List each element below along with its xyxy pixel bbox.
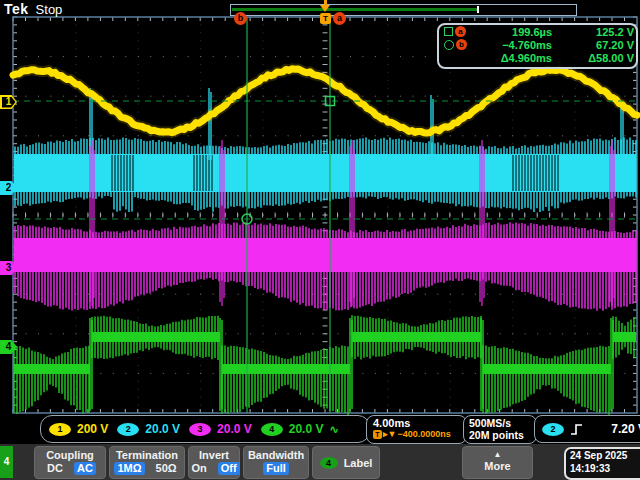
channel-3-scale: 20.0 V [217, 422, 252, 436]
channel-4-readout[interactable]: 420.0 V∿ [261, 422, 339, 436]
cursor-b-flag[interactable]: b [234, 12, 247, 25]
channel-3-readout[interactable]: 320.0 V [189, 422, 252, 436]
trigger-t-icon: T [373, 430, 382, 439]
record-length: 20M points [469, 429, 536, 441]
trigger-delay-readout: T▸▼−400.0000ns [373, 429, 466, 440]
waveform-display [0, 0, 640, 480]
channel-4-badge: 4 [261, 423, 283, 436]
menu-button-termination[interactable]: Termination1MΩ50Ω [109, 446, 185, 479]
datetime-display: 24 Sep 2025 14:19:33 [564, 447, 640, 480]
cursor-a-time: 199.6µs [476, 26, 552, 38]
menu-button-title: Termination [110, 448, 184, 462]
cursor-a-flag[interactable]: a [333, 12, 346, 25]
channel-number: 4 [6, 341, 12, 352]
cursor-readout-box[interactable]: a 199.6µs 125.2 V b −4.760ms 67.20 V Δ4.… [437, 23, 638, 69]
cursor-b-row: b −4.760ms 67.20 V [439, 38, 636, 51]
option-50[interactable]: 50Ω [153, 462, 180, 475]
channel-scale-readouts: 1200 V220.0 V320.0 V420.0 V∿ [40, 415, 370, 443]
cursor-b-value: 67.20 V [552, 39, 634, 51]
cursor-a-value: 125.2 V [552, 26, 634, 38]
menu-button-title: Invert [189, 448, 239, 462]
ac-coupling-icon: ∿ [329, 423, 338, 436]
menu-button-more[interactable]: ▲More [462, 446, 533, 479]
menu-button-title: Bandwidth [244, 448, 308, 462]
option-ac[interactable]: AC [74, 462, 96, 475]
cursor-a-badge: a [455, 26, 466, 37]
record-view-progress [232, 8, 477, 11]
channel-1-badge: 1 [49, 423, 71, 436]
record-view-bar[interactable] [230, 4, 577, 16]
channel-2-scale: 20.0 V [145, 422, 180, 436]
horizontal-readout[interactable]: 4.00ms T▸▼−400.0000ns [366, 415, 467, 444]
rising-edge-icon [570, 422, 583, 436]
cursor-b-badge: b [456, 39, 467, 50]
option-off[interactable]: Off [218, 462, 240, 475]
cursor-b-time: −4.760ms [476, 39, 552, 51]
channel-3-badge: 3 [189, 423, 211, 436]
trigger-position-flag[interactable]: T [320, 13, 331, 24]
menu-button-coupling[interactable]: CouplingDCAC [34, 446, 106, 479]
delay-arrows-icon: ▸▼ [383, 429, 396, 440]
option-dc[interactable]: DC [44, 462, 66, 475]
channel-1-scale: 200 V [77, 422, 108, 436]
menu-button-label[interactable]: 4Label [312, 446, 380, 479]
cursor-delta-value: Δ58.00 V [552, 52, 634, 64]
cursor-a-square-icon [444, 27, 453, 36]
option-on[interactable]: On [188, 462, 209, 475]
acquisition-status: TekStop [4, 1, 62, 17]
option-1m[interactable]: 1MΩ [114, 462, 144, 475]
menu-button-invert[interactable]: InvertOnOff [188, 446, 240, 479]
cursor-a-row: a 199.6µs 125.2 V [439, 25, 636, 38]
trigger-delay-value: −400.0000ns [397, 429, 450, 440]
trigger-level: 7.20 V [611, 422, 640, 436]
channel-2-badge: 2 [117, 423, 139, 436]
channel-number: 1 [6, 96, 12, 107]
cursor-b-circle-icon [444, 40, 454, 50]
horizontal-scale: 4.00ms [373, 417, 466, 429]
menu-button-label: Label [344, 457, 373, 469]
cursor-delta-time: Δ4.960ms [476, 52, 552, 64]
channel-4-scale: 20.0 V [289, 422, 324, 436]
oscilloscope-screen: TekStop T b a a 199.6µs 125.2 V b −4.760… [0, 0, 640, 480]
date: 24 Sep 2025 [570, 449, 640, 462]
menu-button-label: More [463, 459, 532, 473]
channel-1-readout[interactable]: 1200 V [49, 422, 108, 436]
record-view-position-tick [477, 6, 479, 13]
trigger-source-badge: 2 [542, 423, 564, 436]
time: 14:19:33 [570, 462, 640, 475]
menu-button-title: Coupling [35, 448, 105, 462]
trigger-readout[interactable]: 2 7.20 V [534, 415, 640, 443]
trigger-position-arrowhead [320, 5, 330, 12]
channel-number: 2 [6, 182, 12, 193]
tek-logo: Tek [4, 1, 29, 17]
run-stop-status: Stop [36, 2, 63, 17]
channel-2-readout[interactable]: 220.0 V [117, 422, 180, 436]
sample-rate: 500MS/s [469, 417, 536, 429]
menu-bar: 4 CouplingDCACTermination1MΩ50ΩInvertOnO… [0, 444, 640, 480]
menu-button-bandwidth[interactable]: BandwidthFull [243, 446, 309, 479]
option-full[interactable]: Full [263, 462, 289, 475]
active-channel-tab[interactable]: 4 [0, 446, 13, 478]
acquisition-readout[interactable]: 500MS/s 20M points [463, 415, 537, 444]
channel-number: 3 [6, 262, 12, 273]
channel-badge: 4 [320, 457, 338, 469]
cursor-delta-row: Δ4.960ms Δ58.00 V [439, 51, 636, 64]
